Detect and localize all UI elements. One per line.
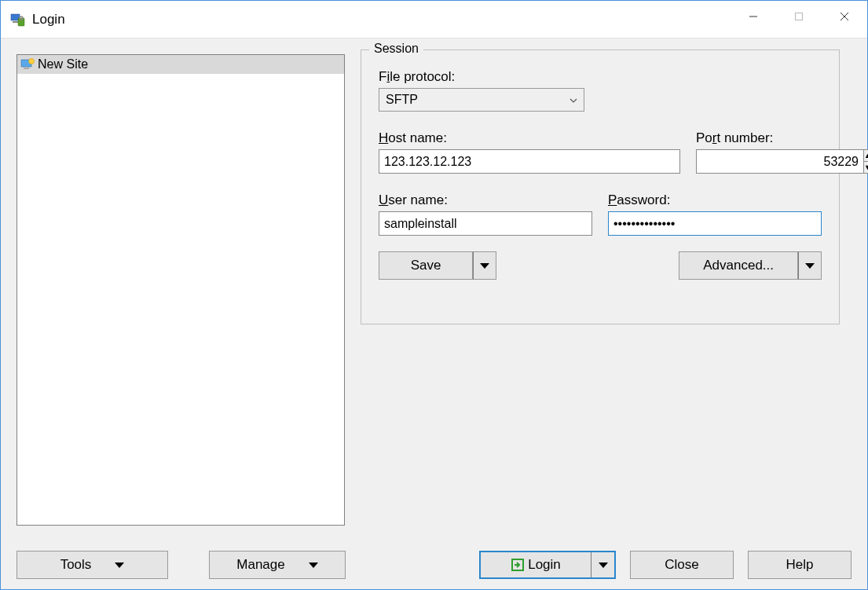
pass-col: Password:: [608, 192, 822, 236]
user-label: User name:: [379, 192, 592, 208]
site-list[interactable]: New Site: [16, 54, 345, 526]
host-label: Host name:: [379, 130, 680, 146]
titlebar: Login: [1, 1, 867, 38]
host-input[interactable]: [379, 149, 680, 174]
protocol-value: SFTP: [386, 93, 418, 107]
login-icon: [511, 558, 525, 572]
login-label: Login: [528, 557, 561, 573]
tools-button[interactable]: Tools: [16, 551, 168, 579]
port-input-wrap: ▲ ▼: [696, 149, 822, 174]
save-split-button: Save: [379, 251, 496, 280]
svg-point-10: [29, 59, 35, 64]
user-col: User name:: [379, 192, 592, 236]
login-dropdown[interactable]: [591, 552, 614, 577]
login-window: Login New Site Ses: [0, 0, 868, 590]
pass-label: Password:: [608, 192, 822, 208]
site-item-new-site[interactable]: New Site: [17, 55, 344, 74]
triangle-down-icon: [805, 263, 815, 269]
user-input[interactable]: [379, 211, 592, 236]
session-group-label: Session: [369, 42, 423, 56]
site-item-label: New Site: [38, 57, 88, 71]
maximize-button[interactable]: [776, 1, 822, 32]
protocol-label: File protocol:: [379, 69, 822, 85]
session-group: Session File protocol: SFTP Host name:: [361, 49, 840, 324]
client-area: New Site Session File protocol: SFTP: [1, 38, 867, 589]
chevron-down-icon: [570, 94, 577, 105]
svg-rect-1: [13, 21, 18, 23]
login-button[interactable]: Login: [481, 552, 591, 577]
port-spinner: ▲ ▼: [864, 149, 868, 174]
host-port-row: Host name: Port number: ▲ ▼: [379, 130, 822, 174]
save-button[interactable]: Save: [379, 251, 473, 280]
protocol-row: File protocol: SFTP: [379, 69, 822, 112]
close-button[interactable]: [822, 1, 867, 32]
password-input[interactable]: [608, 211, 822, 236]
triangle-down-icon: [309, 563, 318, 568]
login-split-button: Login: [479, 551, 616, 579]
svg-rect-5: [796, 13, 803, 20]
manage-button[interactable]: Manage: [209, 551, 346, 579]
port-spin-down[interactable]: ▼: [864, 162, 868, 173]
host-col: Host name:: [379, 130, 680, 174]
tools-label: Tools: [60, 557, 92, 573]
advanced-dropdown[interactable]: [798, 251, 822, 280]
window-title: Login: [32, 12, 65, 27]
computer-new-icon: [20, 58, 35, 71]
session-button-row: Save Advanced...: [379, 251, 822, 280]
triangle-down-icon: [480, 263, 489, 269]
port-label: Port number:: [696, 130, 822, 146]
advanced-button[interactable]: Advanced...: [679, 251, 798, 280]
protocol-select[interactable]: SFTP: [379, 88, 584, 112]
app-icon: [10, 12, 26, 27]
advanced-split-button: Advanced...: [679, 251, 822, 280]
userpass-row: User name: Password:: [379, 192, 822, 236]
port-col: Port number: ▲ ▼: [696, 130, 822, 174]
port-input[interactable]: [696, 149, 864, 174]
minimize-button[interactable]: [731, 1, 776, 32]
port-spin-up[interactable]: ▲: [864, 150, 868, 162]
close-dialog-button[interactable]: Close: [630, 551, 734, 579]
bottom-button-row: Tools Manage Login Close Help: [16, 551, 852, 579]
triangle-down-icon: [599, 563, 608, 568]
svg-rect-9: [24, 68, 29, 69]
triangle-down-icon: [115, 563, 124, 568]
window-controls: [731, 1, 867, 32]
save-dropdown[interactable]: [473, 251, 496, 280]
manage-label: Manage: [236, 557, 284, 573]
help-button[interactable]: Help: [748, 551, 852, 579]
